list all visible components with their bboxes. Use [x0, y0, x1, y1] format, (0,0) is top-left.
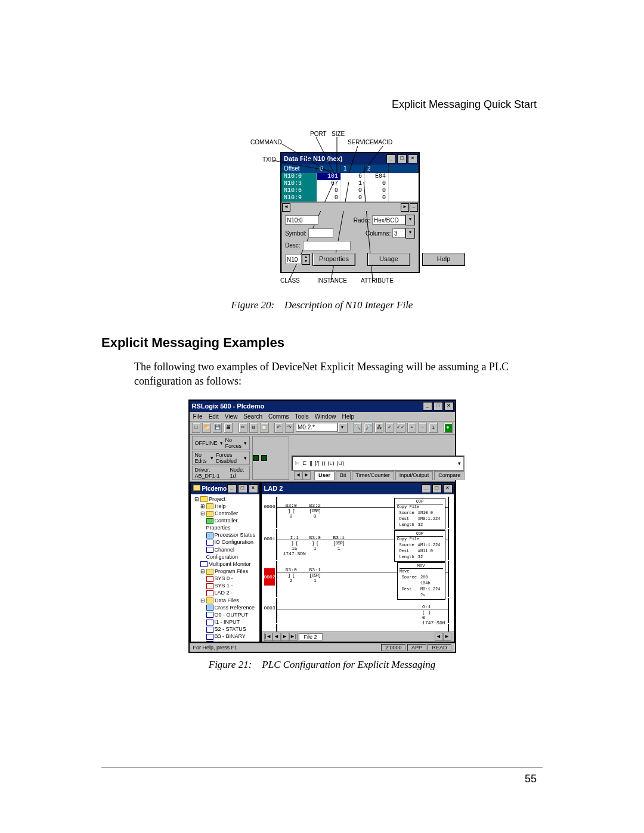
- copy-icon[interactable]: ⧉: [249, 423, 258, 433]
- verify-all-icon[interactable]: ✓✓: [396, 423, 405, 433]
- chevron-down-icon[interactable]: ▾: [210, 455, 213, 461]
- file-tab-last-icon[interactable]: ►|: [289, 633, 298, 641]
- replace-icon[interactable]: ⁂: [374, 423, 383, 433]
- xio-icon[interactable]: ]/[: [315, 460, 320, 466]
- cut-icon[interactable]: ✂: [239, 423, 247, 433]
- menu-view[interactable]: View: [225, 413, 238, 420]
- chevron-down-icon[interactable]: ▾: [405, 228, 415, 239]
- tab-input-output[interactable]: Input/Output: [395, 471, 434, 480]
- menu-file[interactable]: File: [193, 413, 203, 420]
- desc-input[interactable]: [303, 241, 351, 250]
- menu-edit[interactable]: Edit: [209, 413, 219, 420]
- tab-next-icon[interactable]: ►: [302, 471, 311, 480]
- branch-icon[interactable]: ⊏: [302, 460, 307, 466]
- paste-icon[interactable]: 📋: [260, 423, 269, 433]
- menu-tools[interactable]: Tools: [295, 413, 309, 420]
- cop-instruction[interactable]: COP Copy File Source#N10:0 Dest#M0:1.224…: [394, 498, 445, 529]
- close-icon[interactable]: ×: [249, 484, 258, 493]
- find-icon[interactable]: 🔍: [353, 423, 362, 433]
- close-icon[interactable]: ×: [444, 402, 454, 411]
- properties-button[interactable]: Properties: [312, 253, 355, 266]
- close-icon[interactable]: ×: [408, 154, 417, 163]
- scroll-right-icon[interactable]: ►: [401, 203, 409, 212]
- tab-compare[interactable]: Compare: [434, 471, 465, 480]
- maximize-icon[interactable]: □: [238, 484, 247, 493]
- file-tab[interactable]: File 2: [299, 633, 323, 640]
- chevron-down-icon[interactable]: ▾: [338, 423, 348, 433]
- body-paragraph: The following two examples of DeviceNet …: [134, 360, 543, 389]
- rung-icon[interactable]: ⊢: [295, 460, 300, 466]
- ann-instance: INSTANCE: [317, 278, 347, 284]
- cop-instruction[interactable]: COP Copy File Source#M1:1.224 Dest#N11:0…: [394, 530, 445, 562]
- close-icon[interactable]: ×: [443, 484, 453, 493]
- undo-icon[interactable]: ↶: [274, 423, 283, 433]
- menu-help[interactable]: Help: [342, 413, 354, 420]
- scroll-right-icon[interactable]: ►: [443, 633, 451, 641]
- mov-instruction[interactable]: MOV Move Source260 104h DestM0:1.224 ?<: [397, 562, 445, 600]
- symbol-input[interactable]: [308, 228, 333, 238]
- file-tab-next-icon[interactable]: ►: [281, 633, 289, 641]
- rung-3[interactable]: 0003 O:1 ( ) 0 1747:SDN: [276, 598, 449, 623]
- menu-search[interactable]: Search: [243, 413, 262, 420]
- chevron-down-icon[interactable]: ▾: [405, 215, 415, 225]
- print-icon[interactable]: 🖶: [224, 423, 233, 433]
- chevron-down-icon[interactable]: ▾: [244, 440, 247, 446]
- tab-bit[interactable]: Bit: [336, 471, 351, 480]
- channel-icon: [206, 547, 213, 553]
- datafile-icon: [206, 612, 213, 618]
- new-icon[interactable]: □: [192, 423, 201, 433]
- tab-timer-counter[interactable]: Timer/Counter: [352, 471, 394, 480]
- file-spinner[interactable]: [285, 255, 302, 264]
- chevron-down-icon[interactable]: ▾: [458, 460, 461, 466]
- rung-4[interactable]: 0004 (END): [276, 624, 449, 631]
- ann-txid: TXID: [262, 157, 276, 163]
- columns-select[interactable]: [392, 228, 405, 238]
- usage-button[interactable]: Usage: [367, 253, 410, 266]
- page-number: 55: [525, 773, 537, 785]
- minimize-icon[interactable]: _: [227, 484, 237, 493]
- maximize-icon[interactable]: □: [434, 402, 443, 411]
- minimize-icon[interactable]: _: [423, 402, 432, 411]
- h-scrollbar[interactable]: ◄ ► –: [281, 202, 419, 211]
- status-driver: Driver: AB_DF1-1: [195, 467, 228, 479]
- minimize-icon[interactable]: _: [422, 484, 431, 493]
- zoom-in-icon[interactable]: +: [407, 423, 416, 433]
- otl-icon[interactable]: (L): [328, 460, 335, 466]
- otu-icon[interactable]: (U): [337, 460, 345, 466]
- ote-icon[interactable]: (): [322, 460, 326, 466]
- radix-select[interactable]: [372, 215, 405, 225]
- project-tree[interactable]: ⊟ Project ⊞ Help ⊟ Controller Controller…: [191, 494, 259, 642]
- rung-1[interactable]: 0001 I:1] [151747:SDN B3:0] [1 B3:1[OSR]…: [276, 529, 449, 560]
- redo-icon[interactable]: ↷: [285, 423, 294, 433]
- find-next-icon[interactable]: 🔎: [364, 423, 373, 433]
- zoom-100-icon[interactable]: 1: [429, 423, 438, 433]
- status-help: For Help, press F1: [193, 645, 238, 651]
- menu-window[interactable]: Window: [315, 413, 336, 420]
- online-icon[interactable]: ●: [444, 423, 453, 433]
- rung-0[interactable]: 0000 B3:0] [0 B3:2[OSR]0 COP Copy File S…: [276, 497, 449, 528]
- file-tab-first-icon[interactable]: |◄: [264, 633, 273, 641]
- file-tab-prev-icon[interactable]: ◄: [273, 633, 281, 641]
- scroll-menu-icon[interactable]: –: [410, 203, 418, 212]
- chevron-down-icon[interactable]: ▾: [244, 455, 247, 461]
- spinner-icon[interactable]: ▴▾: [302, 254, 310, 265]
- menu-comms[interactable]: Comms: [268, 413, 289, 420]
- help-button[interactable]: Help: [422, 253, 465, 266]
- scroll-left-icon[interactable]: ◄: [282, 203, 290, 212]
- maximize-icon[interactable]: □: [432, 484, 442, 493]
- ote-coil[interactable]: O:1 ( ) 0 1747:SDN: [422, 604, 445, 625]
- goto-input[interactable]: [285, 215, 318, 225]
- open-icon[interactable]: 📂: [202, 423, 211, 433]
- chevron-down-icon[interactable]: ▾: [220, 440, 223, 446]
- zoom-out-icon[interactable]: -: [418, 423, 427, 433]
- tab-user[interactable]: User: [314, 471, 335, 480]
- scroll-left-icon[interactable]: ◄: [435, 633, 443, 641]
- minimize-icon[interactable]: _: [386, 154, 396, 163]
- verify-icon[interactable]: ✓: [385, 423, 394, 433]
- xic-icon[interactable]: ][: [309, 460, 312, 466]
- tab-prev-icon[interactable]: ◄: [294, 471, 302, 480]
- address-combo[interactable]: [296, 423, 338, 432]
- maximize-icon[interactable]: □: [397, 154, 407, 163]
- rung-2[interactable]: 0002 B3:0] [2 B3:1[OSR]1 MOV Move Source…: [276, 561, 449, 597]
- save-icon[interactable]: 💾: [213, 423, 222, 433]
